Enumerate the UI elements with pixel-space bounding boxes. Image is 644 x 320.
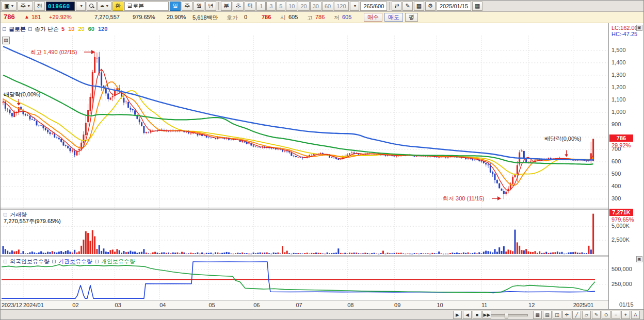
stock-name-field[interactable]: 글로본 [124,2,169,11]
hoga-value: 0 [244,14,247,20]
time-scroll-slider[interactable] [491,314,528,316]
chart-nav-button-0[interactable]: ▶ [453,311,462,319]
collapse-pane-button[interactable]: ▣ [636,25,642,31]
refresh-button[interactable]: ⇄ [392,2,401,11]
svg-text:배당락(0,00%): 배당락(0,00%) [544,136,582,142]
shape-tool-icon[interactable]: ▱ [582,311,591,319]
interval-button-1[interactable]: 1 [256,2,266,11]
grid-icon[interactable]: ▦ [533,311,542,319]
interval-button-60[interactable]: 60 [322,2,333,11]
zoom-out-icon[interactable]: − [611,311,620,319]
buy-button[interactable]: 매수 [364,13,382,22]
draw-tool-icon[interactable]: ✎ [592,311,601,319]
interval-button-20[interactable]: 20 [298,2,309,11]
date-field[interactable]: 2025/01/15 [437,2,471,11]
window-icon: ▣ [4,3,9,9]
axis-label: 979.65% [611,216,634,223]
price-axis-panel[interactable]: LC:162.00HC:-47.251,5001,4001,3001,2001,… [608,23,644,309]
interval-group: 13510203060120 [256,2,348,11]
period-button-년[interactable]: 년 [205,2,216,11]
stock-code-input[interactable]: 019660 [46,2,75,11]
chart-type-icon[interactable]: ▤ [543,311,552,319]
price-change: 181 [31,14,41,20]
slider-thumb[interactable] [505,313,508,318]
crosshair-icon[interactable]: ✛ [562,311,571,319]
high-value: 786 [315,14,325,20]
interval-button-10[interactable]: 10 [286,2,297,11]
x-axis-label: 2023/12 [2,302,22,308]
x-axis-label: 03 [115,302,121,308]
chart-nav-button-1[interactable]: ◀ [463,311,472,319]
period-button-일[interactable]: 일 [170,2,181,11]
quote-bar: 786 ▲ 181 +29.92% 7,270,557 979.65% 20.9… [1,12,644,23]
period-button-주[interactable]: 주 [182,2,192,11]
up-arrow-icon: ▲ [24,14,29,20]
settings-button[interactable]: ⚙ [425,2,436,11]
zoom-in-icon[interactable]: + [621,311,630,319]
trend-line-icon[interactable]: ╱ [572,311,581,319]
subperiod-button-분[interactable]: 분 [221,2,232,11]
hwan-button[interactable]: 환 [112,2,123,11]
axis-label: 1,500 [611,47,626,53]
legend-ma-label: 종가 단순 [35,25,59,33]
stock-chart-window: ▣▼ 주▼ 전 019660 ▼ ◂▸▼ 환 글로본 일주월년 분초틱 1351… [0,0,644,320]
svg-text:최저 300 (11/15): 최저 300 (11/15) [443,195,485,201]
collapse-pane-button[interactable]: ▣ [636,256,642,262]
high-label: 고 [307,14,313,22]
split-pane-icon[interactable]: ◫ [553,311,561,319]
axis-label: 1,000 [611,109,626,115]
x-axis-label: 2024/01 [23,302,44,308]
interval-dropdown[interactable]: ▼ [350,2,360,11]
zoom-icon[interactable]: ⊙ [602,311,610,319]
main-price-chart[interactable]: 최고 1,490 (02/15)배당락(0,00%)배당락(0,00%)최저 3… [2,36,608,208]
holdings-chart[interactable] [2,257,608,300]
legend-stock-name: 글로본 [9,25,26,33]
ma-period-labels: 5102060120 [61,26,107,32]
subperiod-button-초[interactable]: 초 [233,2,244,11]
axis-label: 29.92% [611,142,631,148]
calendar-button[interactable]: ▦ [472,2,482,11]
axis-label: 5,000K [611,223,630,229]
period-button-월[interactable]: 월 [194,2,204,11]
axis-label: 1,200 [611,84,626,90]
save-button[interactable]: ▦ [414,2,424,11]
current-price-tag: 786 [609,134,633,142]
sell-button[interactable]: 매도 [384,13,403,22]
current-price: 786 [4,13,15,21]
price-change-pct: +29.92% [49,14,72,20]
stock-kind-dropdown[interactable]: 주▼ [18,2,33,11]
gear-icon: ⚙ [428,3,433,9]
volume-rate: 979.65% [133,14,155,20]
turnover-rate: 20.90% [167,14,186,20]
chart-nav-group: ▶◀■▶▶ [453,311,492,319]
time-axis[interactable]: 2023/122024/0102030405060708091011122025… [1,300,608,309]
volume-value: 7,270,557 [94,14,120,20]
auto-scale-icon[interactable]: A [631,311,640,319]
interval-button-3[interactable]: 3 [266,2,276,11]
main-chart-legend: 글로본 종가 단순 5102060120 [3,25,107,32]
current-volume-tag: 7,271K [609,209,633,216]
x-axis-label: 10 [437,302,443,308]
window-menu-dropdown[interactable]: ▣▼ [2,2,17,11]
prev-stock-button[interactable]: 전 [34,2,45,11]
current-price-2: 786 [262,14,271,20]
interval-button-5[interactable]: 5 [276,2,285,11]
avg-button[interactable]: 평 [405,13,418,22]
chart-nav-button-2[interactable]: ■ [473,311,481,319]
interval-button-120[interactable]: 120 [334,2,348,11]
prev-next-icon: ◂▸ [100,4,104,8]
ma-period-20: 20 [78,26,84,32]
axis-label: 400 [611,183,621,189]
chart-nav-button-3[interactable]: ▶▶ [482,311,491,319]
interval-button-30[interactable]: 30 [310,2,321,11]
search-button[interactable] [87,2,96,11]
axis-label: 500 [611,171,621,177]
subperiod-button-틱[interactable]: 틱 [245,2,255,11]
prev-next-dropdown[interactable]: ◂▸▼ [98,2,111,11]
draw-button[interactable]: ✎ [403,2,412,11]
stock-code-dropdown[interactable]: ▼ [76,2,86,11]
volume-chart[interactable] [2,210,608,255]
low-value: 605 [342,14,351,20]
axis-label: 500,000 [611,266,632,272]
chart-area[interactable]: 글로본 종가 단순 5102060120 ▤ 최고 1,490 (02/15)배… [1,23,644,309]
